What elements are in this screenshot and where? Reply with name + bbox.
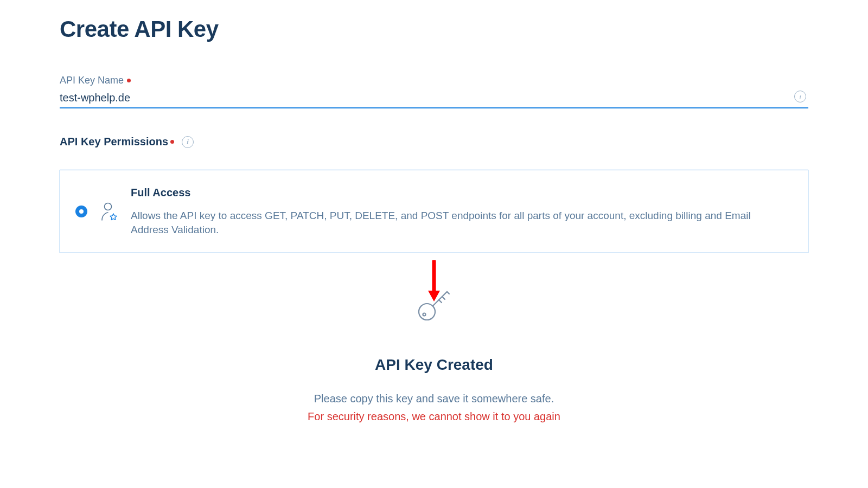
api-key-name-field: API Key Name i (60, 75, 808, 108)
created-warning-text: For security reasons, we cannot show it … (60, 410, 808, 423)
svg-line-6 (442, 297, 445, 299)
required-indicator-icon (127, 79, 131, 82)
svg-point-3 (423, 313, 426, 316)
api-key-name-label: API Key Name (60, 75, 131, 86)
api-key-name-input[interactable] (60, 88, 808, 108)
permissions-label-text: API Key Permissions (60, 136, 168, 148)
user-star-icon (100, 202, 118, 221)
key-icon (415, 286, 453, 324)
created-copy-text: Please copy this key and save it somewhe… (60, 393, 808, 405)
required-indicator-icon (170, 140, 174, 144)
permission-option-full-access[interactable]: Full Access Allows the API key to access… (60, 170, 808, 253)
info-icon[interactable]: i (182, 136, 194, 148)
svg-line-5 (447, 292, 449, 294)
permissions-section-label: API Key Permissions i (60, 136, 194, 148)
page-title: Create API Key (60, 16, 808, 42)
created-title: API Key Created (60, 356, 808, 374)
api-key-created-section: API Key Created Please copy this key and… (60, 286, 808, 423)
info-icon[interactable]: i (794, 91, 806, 102)
svg-line-7 (439, 300, 442, 303)
permission-option-description: Allows the API key to access GET, PATCH,… (131, 209, 786, 236)
permission-option-title: Full Access (131, 187, 786, 199)
radio-selected-icon[interactable] (75, 206, 87, 217)
svg-point-0 (105, 203, 112, 210)
api-key-name-label-text: API Key Name (60, 75, 124, 86)
